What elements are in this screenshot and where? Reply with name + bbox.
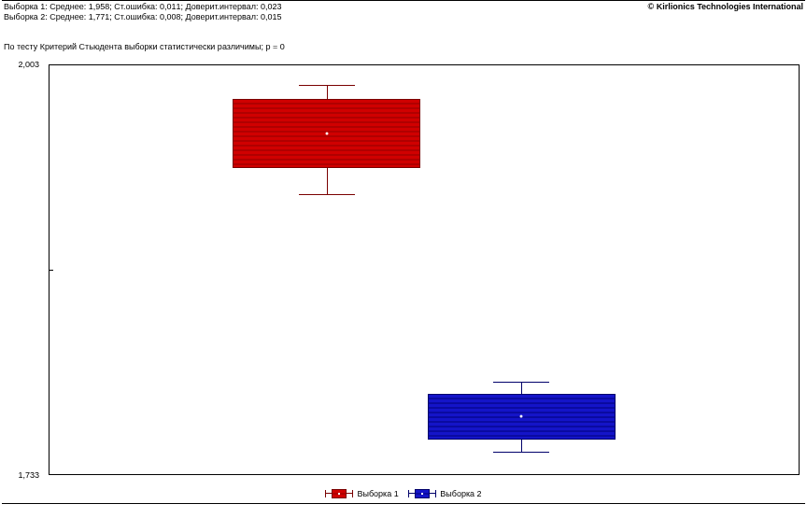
plot-area [49, 64, 800, 475]
chart: 2,003 1,733 [2, 57, 805, 484]
sample1-stats: Выборка 1: Среднее: 1,958; Ст.ошибка: 0,… [4, 2, 282, 12]
legend-item-1: Выборка 1 [325, 488, 398, 499]
sample2-stats: Выборка 2: Среднее: 1,771; Ст.ошибка: 0,… [4, 12, 803, 22]
test-result: По тесту Критерий Стьюдента выборки стат… [0, 25, 807, 55]
legend-item-2: Выборка 2 [408, 488, 481, 499]
header-stats: Выборка 1: Среднее: 1,958; Ст.ошибка: 0,… [0, 2, 807, 25]
y-tick-bottom: 1,733 [2, 470, 39, 480]
legend: Выборка 1 Выборка 2 [0, 484, 807, 499]
y-tick-top: 2,003 [2, 60, 39, 69]
copyright: © Kirlionics Technologies International [648, 2, 804, 12]
legend-label-2: Выборка 2 [440, 489, 481, 498]
legend-label-1: Выборка 1 [357, 489, 398, 498]
